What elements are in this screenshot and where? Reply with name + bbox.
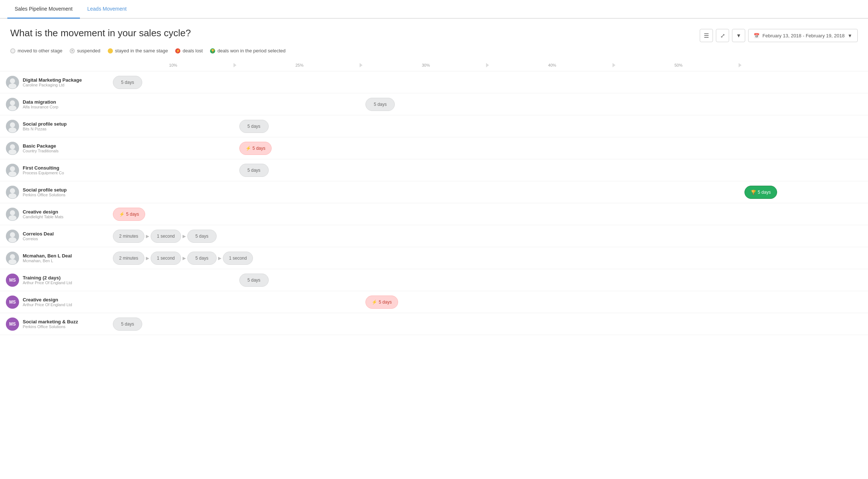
legend-won-label: deals won in the period selected — [217, 48, 286, 53]
deal-bar: 5 days — [239, 164, 269, 177]
deal-bar: 5 days — [113, 76, 142, 89]
avatar — [6, 120, 19, 133]
filter-button[interactable]: ▼ — [732, 29, 745, 42]
svg-point-9 — [8, 171, 16, 177]
deal-bar: 5 days — [239, 274, 269, 287]
deal-info: MS Social marketing & Buzz Perkins Offic… — [0, 314, 110, 334]
menu-button[interactable]: ☰ — [700, 29, 713, 42]
timeline-cell: 5 days — [236, 162, 363, 178]
avatar — [6, 98, 19, 111]
legend-suspended: × suspended — [70, 48, 100, 53]
table-row: Data migration Alfa Insurance Corp 5 day… — [0, 93, 868, 115]
svg-point-2 — [10, 100, 15, 105]
stage-header-50: 50% — [615, 59, 742, 71]
deal-bar: 5 days — [187, 252, 217, 265]
stage-label-empty — [0, 59, 110, 71]
deal-text: Social profile setup Bits N Pizzas — [23, 121, 67, 131]
svg-point-12 — [10, 210, 15, 215]
page-title: What is the movement in your sales cycle… — [10, 27, 191, 39]
timeline-cell-1: 5 days — [110, 74, 236, 90]
table-row: MS Social marketing & Buzz Perkins Offic… — [0, 313, 868, 335]
stage-header-30: 30% — [363, 59, 489, 71]
deal-info: MS Creative design Arthur Price Of Engla… — [0, 292, 110, 312]
table-row: Creative design Candlelight Table Mats ⚡… — [0, 203, 868, 225]
deal-text: Mcmahan, Ben L Deal Mcmahan, Ben L — [23, 253, 72, 263]
deal-text: Digital Marketing Package Caroline Packa… — [23, 77, 82, 87]
table-row: First Consulting Process Equipment Co 5 … — [0, 159, 868, 181]
legend-suspended-icon: × — [70, 48, 75, 53]
deal-info: Social profile setup Bits N Pizzas — [0, 116, 110, 137]
deal-bar: 1 second — [151, 252, 181, 265]
legend-moved-icon — [10, 48, 15, 53]
legend-stayed-icon — [108, 48, 113, 53]
table-row: Correios Deal Correios 2 minutes ▶ 1 sec… — [0, 225, 868, 247]
legend-lost-icon: ⚡ — [175, 48, 180, 53]
deal-text: Correios Deal Correios — [23, 231, 54, 241]
avatar — [6, 76, 19, 89]
stage-header-40: 40% — [489, 59, 615, 71]
deal-info: Social profile setup Perkins Office Solu… — [0, 182, 110, 203]
deal-text: Creative design Candlelight Table Mats — [23, 209, 63, 219]
timeline-cell: 🏆 5 days — [742, 184, 868, 200]
calendar-icon: 📅 — [754, 33, 760, 38]
deal-info: Creative design Candlelight Table Mats — [0, 204, 110, 224]
deal-text: Creative design Arthur Price Of England … — [23, 297, 72, 307]
table-row: MS Training (2 days) Arthur Price Of Eng… — [0, 269, 868, 291]
tab-leads-movement[interactable]: Leads Movement — [80, 0, 134, 19]
svg-point-4 — [10, 122, 15, 127]
arrow-icon: ▶ — [183, 256, 186, 261]
avatar — [6, 142, 19, 155]
avatar — [6, 208, 19, 221]
deal-text: First Consulting Process Equipment Co — [23, 165, 64, 175]
legend-stayed: stayed in the same stage — [108, 48, 168, 53]
legend-stayed-label: stayed in the same stage — [115, 48, 168, 53]
avatar — [6, 186, 19, 199]
deal-bar: ⚡ 5 days — [365, 296, 398, 309]
chevron-icon: ▼ — [847, 33, 852, 38]
expand-button[interactable]: ⤢ — [716, 29, 729, 42]
legend-suspended-label: suspended — [77, 48, 100, 53]
tabs-bar: Sales Pipeline Movement Leads Movement — [0, 0, 868, 19]
deal-info: Data migration Alfa Insurance Corp — [0, 94, 110, 115]
svg-point-3 — [8, 105, 16, 111]
avatar: MS — [6, 318, 19, 331]
deal-bar: 1 second — [223, 252, 253, 265]
timeline-cell: ⚡ 5 days — [363, 294, 489, 310]
svg-point-0 — [10, 78, 15, 83]
svg-point-14 — [10, 232, 15, 237]
table-row: Social profile setup Bits N Pizzas 5 day… — [0, 115, 868, 137]
deal-info: MS Training (2 days) Arthur Price Of Eng… — [0, 270, 110, 290]
svg-point-1 — [8, 83, 16, 89]
deal-info: First Consulting Process Equipment Co — [0, 160, 110, 181]
deal-bar: 5 days — [239, 120, 269, 133]
stage-header-extra — [742, 59, 868, 71]
table-row: Basic Package Country Traditionals ⚡ 5 d… — [0, 137, 868, 159]
deal-text: Data migration Alfa Insurance Corp — [23, 99, 58, 109]
deal-info: Digital Marketing Package Caroline Packa… — [0, 72, 110, 93]
tab-sales-pipeline[interactable]: Sales Pipeline Movement — [7, 0, 80, 19]
svg-point-7 — [8, 149, 16, 155]
svg-point-10 — [10, 188, 15, 193]
timeline-cell: 5 days — [363, 96, 489, 112]
table-row: Social profile setup Perkins Office Solu… — [0, 181, 868, 203]
deal-bar: 2 minutes — [113, 230, 144, 243]
deal-bar: 1 second — [151, 230, 181, 243]
bar-icon: ⚡ — [246, 146, 251, 151]
deal-bar: 5 days — [187, 230, 217, 243]
multi-bar: 2 minutes ▶ 1 second ▶ 5 days — [110, 228, 868, 244]
deal-bar: 🏆 5 days — [744, 186, 777, 199]
table-row: Mcmahan, Ben L Deal Mcmahan, Ben L 2 min… — [0, 247, 868, 269]
bar-icon: ⚡ — [119, 212, 125, 217]
arrow-icon: ▶ — [146, 256, 149, 261]
legend-won-icon: 🏆 — [210, 48, 215, 53]
pipeline-area: 10% 25% 30% 40% 50% Digital — [0, 59, 868, 342]
deal-bar: ⚡ 5 days — [239, 142, 272, 155]
stage-header-25: 25% — [236, 59, 363, 71]
svg-point-5 — [8, 127, 16, 133]
deal-text: Social marketing & Buzz Perkins Office S… — [23, 319, 78, 329]
svg-point-17 — [8, 259, 16, 264]
legend-lost-label: deals lost — [183, 48, 203, 53]
timeline-cell: ⚡ 5 days — [236, 140, 363, 156]
app-container: Sales Pipeline Movement Leads Movement W… — [0, 0, 868, 479]
date-range-button[interactable]: 📅 February 13, 2018 - February 19, 2018 … — [748, 29, 858, 42]
